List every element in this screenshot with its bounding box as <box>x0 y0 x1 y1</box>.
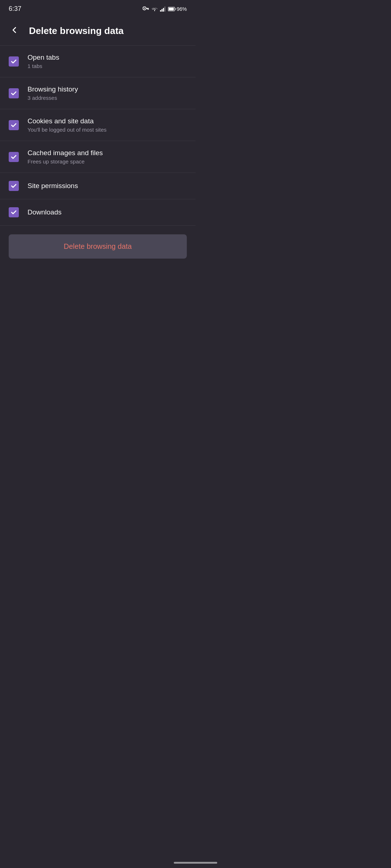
svg-rect-8 <box>163 8 164 12</box>
item-content-permissions: Site permissions <box>28 182 78 190</box>
item-title-open-tabs: Open tabs <box>28 54 59 61</box>
item-subtitle-open-tabs: 1 tabs <box>28 63 59 69</box>
list-item-permissions[interactable]: Site permissions <box>0 173 196 199</box>
back-arrow-icon <box>10 26 18 35</box>
item-title-permissions: Site permissions <box>28 182 78 190</box>
svg-rect-4 <box>147 9 148 10</box>
item-subtitle-cookies: You'll be logged out of most sites <box>28 127 106 133</box>
back-button[interactable] <box>7 24 22 38</box>
status-icons: 96% <box>143 6 187 12</box>
checkbox-browsing-history[interactable] <box>9 88 19 98</box>
checkbox-cookies[interactable] <box>9 120 19 130</box>
delete-button-container: Delete browsing data <box>0 227 196 266</box>
battery-percent: 96% <box>177 6 187 12</box>
items-list: Open tabs 1 tabs Browsing history 3 addr… <box>0 46 196 226</box>
item-title-browsing-history: Browsing history <box>28 85 78 93</box>
list-item-cached[interactable]: Cached images and files Frees up storage… <box>0 141 196 173</box>
item-content-cookies: Cookies and site data You'll be logged o… <box>28 117 106 133</box>
status-bar: 6:37 <box>0 0 196 16</box>
svg-rect-11 <box>169 8 174 10</box>
signal-icon <box>160 7 166 12</box>
svg-rect-7 <box>161 9 163 12</box>
svg-rect-9 <box>164 7 165 12</box>
key-icon <box>143 7 149 12</box>
wifi-icon <box>151 7 158 12</box>
item-content-open-tabs: Open tabs 1 tabs <box>28 54 59 69</box>
page-title: Delete browsing data <box>29 25 124 37</box>
svg-point-1 <box>144 8 145 9</box>
status-time: 6:37 <box>9 5 21 13</box>
list-item-browsing-history[interactable]: Browsing history 3 addresses <box>0 77 196 109</box>
checkbox-permissions[interactable] <box>9 181 19 191</box>
item-title-cached: Cached images and files <box>28 149 103 157</box>
list-item-open-tabs[interactable]: Open tabs 1 tabs <box>0 46 196 77</box>
checkbox-cached[interactable] <box>9 152 19 162</box>
item-content-browsing-history: Browsing history 3 addresses <box>28 85 78 101</box>
page-header: Delete browsing data <box>0 16 196 46</box>
item-content-cached: Cached images and files Frees up storage… <box>28 149 103 165</box>
list-item-downloads[interactable]: Downloads <box>0 199 196 226</box>
item-content-downloads: Downloads <box>28 208 62 216</box>
svg-rect-3 <box>148 9 149 10</box>
item-subtitle-browsing-history: 3 addresses <box>28 95 78 101</box>
battery-icon: 96% <box>168 6 187 12</box>
checkbox-downloads[interactable] <box>9 207 19 217</box>
checkbox-open-tabs[interactable] <box>9 56 19 67</box>
svg-rect-2 <box>146 8 149 9</box>
item-title-downloads: Downloads <box>28 208 62 216</box>
item-title-cookies: Cookies and site data <box>28 117 106 125</box>
item-subtitle-cached: Frees up storage space <box>28 158 103 165</box>
list-item-cookies[interactable]: Cookies and site data You'll be logged o… <box>0 109 196 141</box>
svg-rect-6 <box>160 10 161 12</box>
svg-point-5 <box>154 10 155 11</box>
delete-browsing-data-button[interactable]: Delete browsing data <box>9 234 187 259</box>
